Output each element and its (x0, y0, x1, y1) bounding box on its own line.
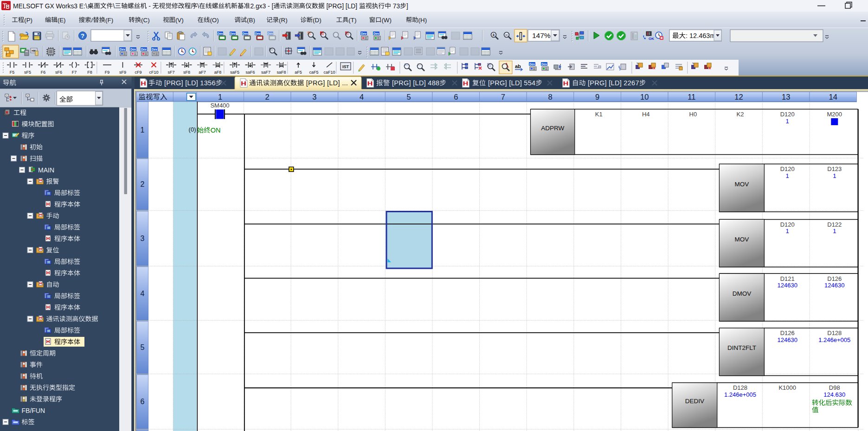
svg-text:K2: K2 (737, 111, 744, 118)
svg-text:Dev: Dev (541, 63, 547, 66)
svg-text:(P): (P) (24, 17, 32, 24)
svg-text:DINT2FLT: DINT2FLT (727, 344, 756, 351)
svg-text:Dev: Dev (268, 32, 273, 35)
svg-text:K1000: K1000 (778, 384, 796, 391)
svg-text:1: 1 (218, 93, 222, 101)
svg-text:Dev: Dev (243, 32, 248, 35)
svg-text:Dev: Dev (141, 48, 147, 51)
svg-text:MAIN: MAIN (38, 166, 54, 174)
svg-text:4: 4 (360, 93, 364, 101)
svg-text:Dev: Dev (218, 32, 223, 35)
svg-text:13: 13 (782, 93, 790, 101)
svg-text:F6: F6 (41, 70, 46, 75)
svg-text:[PRG] [LD]: [PRG] [LD] (325, 3, 359, 10)
svg-text:73: 73 (391, 3, 400, 10)
svg-text:ON: ON (211, 127, 221, 134)
svg-text:MOV: MOV (735, 181, 749, 188)
svg-text:(V): (V) (175, 17, 184, 24)
svg-text:saF8: saF8 (276, 70, 286, 75)
svg-text:6: 6 (454, 93, 458, 101)
svg-text:cF9: cF9 (135, 70, 141, 75)
svg-text:7: 7 (501, 93, 505, 101)
svg-text:(R): (R) (279, 17, 288, 24)
svg-text:−: − (505, 32, 508, 38)
svg-text:12: 12 (734, 93, 743, 101)
svg-text:H0: H0 (689, 111, 697, 118)
svg-text:saF6: saF6 (245, 70, 255, 75)
svg-text:1.246e+005: 1.246e+005 (818, 336, 850, 343)
svg-text:cF10: cF10 (149, 70, 158, 75)
svg-text:124.630: 124.630 (823, 391, 845, 398)
svg-text:aF5: aF5 (295, 70, 302, 75)
svg-text:[PRG] [LD] 2267: [PRG] [LD] 2267 (586, 79, 639, 87)
svg-text:D98: D98 (829, 384, 840, 391)
svg-text:6: 6 (141, 398, 145, 406)
svg-text:1: 1 (833, 228, 836, 235)
svg-text:D126: D126 (780, 330, 795, 336)
svg-text:D126: D126 (827, 275, 842, 282)
svg-text:(B): (B) (247, 17, 255, 24)
svg-text:sF6: sF6 (55, 70, 62, 75)
svg-text:ADPRW: ADPRW (541, 125, 564, 132)
svg-text:/: / (91, 17, 93, 24)
svg-text:saF7: saF7 (261, 70, 270, 75)
svg-text:Dev: Dev (529, 63, 535, 66)
svg-text:(H): (H) (418, 17, 427, 24)
svg-text:F9: F9 (105, 70, 110, 75)
svg-text:1.246e+005: 1.246e+005 (724, 391, 756, 398)
svg-text:sF8: sF8 (183, 70, 190, 75)
svg-text:F5: F5 (10, 70, 15, 75)
svg-text:(0): (0) (189, 126, 196, 133)
svg-text:sF5: sF5 (24, 70, 31, 75)
svg-text:10: 10 (640, 93, 649, 101)
svg-text:DEDIV: DEDIV (685, 398, 704, 405)
svg-text:8: 8 (548, 93, 552, 101)
svg-text:124630: 124630 (824, 282, 844, 289)
svg-text:2: 2 (265, 93, 270, 101)
svg-text:Dev: Dev (230, 32, 236, 35)
svg-text:[PRG] [LD] 1356: [PRG] [LD] 1356 (162, 79, 216, 87)
svg-text:]: ] (406, 3, 408, 10)
svg-text:sF9: sF9 (119, 70, 126, 75)
svg-text:[PRG] [LD] 554: [PRG] [LD] 554 (486, 79, 536, 87)
svg-text:1: 1 (786, 228, 789, 235)
svg-text:D128: D128 (827, 330, 842, 336)
svg-text:saF5: saF5 (230, 70, 239, 75)
svg-text:FB/FUN: FB/FUN (22, 407, 45, 414)
svg-text:D120: D120 (780, 221, 795, 228)
svg-text:sF7: sF7 (167, 70, 174, 75)
svg-text:14: 14 (829, 93, 837, 101)
svg-text:+: + (492, 32, 495, 38)
svg-text:D122: D122 (827, 221, 842, 228)
svg-text:2.gx3 - [: 2.gx3 - [ (250, 3, 273, 10)
svg-text:SM400: SM400 (210, 102, 229, 109)
svg-text:M200: M200 (827, 111, 842, 118)
svg-text:F7: F7 (72, 70, 77, 75)
svg-text:(O): (O) (210, 17, 219, 24)
svg-text:Dev: Dev (361, 32, 366, 35)
svg-text:IST: IST (342, 64, 349, 69)
svg-text:\: \ (197, 3, 199, 10)
svg-text:DMOV: DMOV (733, 290, 752, 297)
svg-text:ab: ab (515, 63, 521, 69)
svg-text:\: \ (113, 3, 115, 10)
svg-text:F8: F8 (87, 70, 92, 75)
svg-text:-: - (147, 3, 152, 10)
svg-text:D123: D123 (827, 165, 842, 172)
svg-text:147%: 147% (532, 32, 551, 39)
svg-text:?: ? (81, 32, 84, 39)
svg-text:MELSOFT GX Works3 E:\: MELSOFT GX Works3 E:\ (13, 3, 87, 10)
svg-text:caF5: caF5 (309, 70, 318, 75)
svg-text:D121: D121 (780, 275, 795, 282)
svg-text:124630: 124630 (778, 282, 797, 289)
svg-text:9: 9 (595, 93, 599, 101)
svg-text:Dev: Dev (120, 48, 125, 51)
svg-text:(T): (T) (348, 17, 356, 24)
svg-text:Dev: Dev (130, 48, 136, 51)
svg-text:[PRG] [LD] 488: [PRG] [LD] 488 (390, 79, 440, 87)
svg-text:4: 4 (141, 290, 145, 298)
svg-text:[PRG] [LD] ...: [PRG] [LD] ... (304, 79, 348, 87)
svg-text:1: 1 (833, 172, 836, 179)
svg-text:1: 1 (141, 126, 145, 134)
svg-text:124630: 124630 (778, 336, 797, 343)
